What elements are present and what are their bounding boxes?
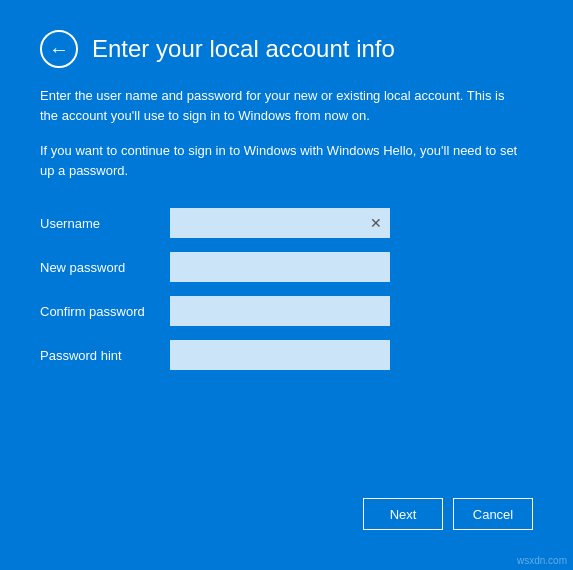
main-container: ← Enter your local account info Enter th… [0, 0, 573, 570]
watermark: wsxdn.com [517, 555, 567, 566]
page-header: ← Enter your local account info [40, 30, 533, 68]
description-line1: Enter the user name and password for you… [40, 86, 520, 125]
confirm-password-row: Confirm password [40, 296, 533, 326]
confirm-password-input[interactable] [170, 296, 390, 326]
password-hint-row: Password hint [40, 340, 533, 370]
username-input[interactable] [170, 208, 390, 238]
new-password-row: New password [40, 252, 533, 282]
page-title: Enter your local account info [92, 35, 395, 63]
confirm-password-label: Confirm password [40, 304, 170, 319]
new-password-label: New password [40, 260, 170, 275]
cancel-button[interactable]: Cancel [453, 498, 533, 530]
back-arrow-icon: ← [49, 39, 69, 59]
next-button[interactable]: Next [363, 498, 443, 530]
confirm-password-input-wrapper [170, 296, 390, 326]
back-button[interactable]: ← [40, 30, 78, 68]
username-label: Username [40, 216, 170, 231]
new-password-input[interactable] [170, 252, 390, 282]
footer: Next Cancel [40, 498, 533, 540]
description-line2: If you want to continue to sign in to Wi… [40, 141, 520, 180]
password-hint-label: Password hint [40, 348, 170, 363]
username-row: Username ✕ [40, 208, 533, 238]
clear-username-button[interactable]: ✕ [368, 215, 384, 231]
username-input-wrapper: ✕ [170, 208, 390, 238]
password-hint-input[interactable] [170, 340, 390, 370]
password-hint-input-wrapper [170, 340, 390, 370]
account-form: Username ✕ New password Confirm password… [40, 208, 533, 384]
new-password-input-wrapper [170, 252, 390, 282]
